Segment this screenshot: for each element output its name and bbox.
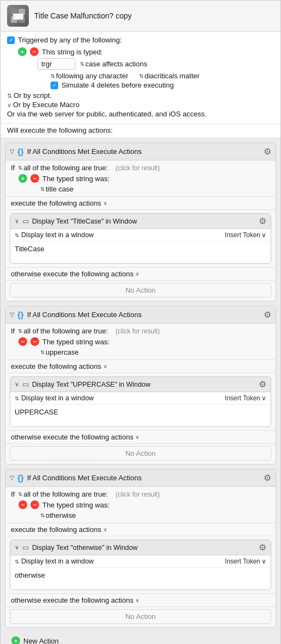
block-1-collapse[interactable]: ▽ xyxy=(10,148,14,155)
display-text-label-2: ⇅ Display text in a window xyxy=(15,394,93,402)
block-3-title-text: If All Conditions Met Execute Actions xyxy=(27,474,142,482)
inner-action-2-title: ∨ ▭ Display Text "UPPERCASE" in Window xyxy=(15,380,151,388)
triggered-checkbox[interactable]: ✓ xyxy=(7,36,15,44)
block-3-title: ▽ {} If All Conditions Met Execute Actio… xyxy=(10,473,142,482)
remove-condition-3b[interactable]: − xyxy=(30,500,39,509)
simulate-checkbox[interactable]: ✓ xyxy=(51,82,58,89)
add-condition-1[interactable]: + xyxy=(18,174,27,183)
block-3-conditions: If ⇅ all of the following are true: (cli… xyxy=(5,487,276,523)
click-result-1[interactable]: (click for result) xyxy=(116,164,160,172)
block-2-value-row: ⇅ uppercase xyxy=(40,348,270,356)
insert-token-btn-3[interactable]: Insert Token ∨ xyxy=(225,558,266,565)
otherwise-1: otherwise execute the following actions … xyxy=(5,267,276,281)
by-execute-macro-label: Or by Execute Macro xyxy=(13,101,79,109)
following-any-label: following any character xyxy=(56,72,128,80)
remove-trigger-btn[interactable]: − xyxy=(30,47,39,56)
inner-gear-1[interactable]: ⚙ xyxy=(259,216,266,226)
display-text-label-text-3: Display text in a window xyxy=(21,558,93,565)
block-3-gear[interactable]: ⚙ xyxy=(264,473,271,483)
block-3-execute: execute the following actions ∨ xyxy=(5,523,276,536)
by-script-row: ⇅ Or by script. xyxy=(7,91,274,100)
otherwise-2: otherwise execute the following actions … xyxy=(5,430,276,444)
insert-token-btn-2[interactable]: Insert Token ∨ xyxy=(225,394,266,402)
no-action-text-1: No Action xyxy=(126,286,156,294)
inner-action-1: ∨ ▭ Display Text "TitleCase" in Window ⚙… xyxy=(10,213,271,264)
condition-value-dropdown-1[interactable]: ⇅ title case xyxy=(40,185,73,193)
block-3-condition-row: − − The typed string was: xyxy=(18,500,270,509)
inner-title-2: Display Text "UPPERCASE" in Window xyxy=(32,381,151,388)
block-2-collapse[interactable]: ▽ xyxy=(10,311,14,318)
remove-condition-3a[interactable]: − xyxy=(18,500,27,509)
block-1-if-row: If ⇅ all of the following are true: (cli… xyxy=(11,164,270,172)
window-icon-2: ▭ xyxy=(22,380,29,388)
inner-action-3: ∨ ▭ Display Text "otherwise" in Window ⚙… xyxy=(10,540,271,590)
new-action-label: New Action xyxy=(23,637,59,645)
block-3-collapse[interactable]: ▽ xyxy=(10,474,14,481)
app-container: ⌨ Title Case Malfunction? copy ✓ Trigger… xyxy=(0,0,281,644)
text-value-1: TitleCase xyxy=(15,245,44,253)
otherwise-label-1: otherwise execute the following actions … xyxy=(11,270,270,278)
block-2-title-text: If All Conditions Met Execute Actions xyxy=(27,311,142,319)
curly-icon-1: {} xyxy=(17,147,24,156)
if-label-3: If xyxy=(11,490,15,498)
text-content-3: otherwise xyxy=(10,568,271,590)
new-action-row: + New Action xyxy=(5,632,276,644)
condition-value-3: otherwise xyxy=(46,511,76,519)
inner-sub-2: ⇅ Display text in a window Insert Token … xyxy=(10,392,271,405)
all-of-dropdown-1[interactable]: ⇅ all of the following are true: xyxy=(18,164,108,172)
case-affects-dropdown[interactable]: ⇅ case affects actions xyxy=(80,60,147,68)
display-text-label-text-1: Display text in a window xyxy=(21,231,93,239)
block-3-if-row: If ⇅ all of the following are true: (cli… xyxy=(11,490,270,498)
will-execute-label: Will execute the following actions: xyxy=(1,124,280,138)
block-1-conditions: If ⇅ all of the following are true: (cli… xyxy=(5,160,276,197)
action-block-1: ▽ {} If All Conditions Met Execute Actio… xyxy=(5,143,276,301)
text-content-1: TitleCase xyxy=(10,242,271,263)
inner-action-2-header: ∨ ▭ Display Text "UPPERCASE" in Window ⚙ xyxy=(10,377,271,392)
remove-condition-2b[interactable]: − xyxy=(30,337,39,346)
triggered-label: Triggered by any of the following: xyxy=(18,36,122,44)
no-action-1: No Action xyxy=(10,283,271,298)
diacriticals-dropdown[interactable]: ⇅ diacriticals matter xyxy=(139,72,199,80)
block-2-title: ▽ {} If All Conditions Met Execute Actio… xyxy=(10,310,142,319)
new-action-btn[interactable]: + xyxy=(11,636,20,644)
string-input[interactable] xyxy=(38,58,76,70)
add-trigger-btn[interactable]: + xyxy=(18,47,27,56)
all-of-dropdown-3[interactable]: ⇅ all of the following are true: xyxy=(18,490,108,498)
block-2-gear[interactable]: ⚙ xyxy=(264,309,271,320)
following-any-dropdown[interactable]: ⇅ following any character xyxy=(51,72,128,80)
string-typed-label: This string is typed: xyxy=(42,48,103,56)
click-result-2[interactable]: (click for result) xyxy=(116,327,160,335)
action-block-2: ▽ {} If All Conditions Met Execute Actio… xyxy=(5,306,276,465)
remove-condition-1[interactable]: − xyxy=(30,174,39,183)
typed-string-was-2: The typed string was: xyxy=(42,338,110,346)
otherwise-label-2: otherwise execute the following actions … xyxy=(11,433,270,441)
window-title: Title Case Malfunction? copy xyxy=(34,11,132,20)
inner-collapse-3[interactable]: ∨ xyxy=(15,544,19,551)
inner-collapse-1[interactable]: ∨ xyxy=(15,218,19,225)
trigger-header: ✓ Triggered by any of the following: xyxy=(7,36,274,44)
insert-token-text-3: Insert Token xyxy=(225,558,260,565)
if-label-1: If xyxy=(11,164,15,172)
inner-collapse-2[interactable]: ∨ xyxy=(15,381,19,388)
insert-token-btn-1[interactable]: Insert Token ∨ xyxy=(225,231,266,239)
inner-action-3-title: ∨ ▭ Display Text "otherwise" in Window xyxy=(15,543,138,552)
all-of-dropdown-2[interactable]: ⇅ all of the following are true: xyxy=(18,327,108,335)
window-icon-1: ▭ xyxy=(22,217,29,225)
typed-string-was-3: The typed string was: xyxy=(42,501,110,509)
otherwise-3: otherwise execute the following actions … xyxy=(5,593,276,607)
inner-gear-3[interactable]: ⚙ xyxy=(259,542,266,553)
inner-sub-3: ⇅ Display text in a window Insert Token … xyxy=(10,555,271,568)
remove-condition-2a[interactable]: − xyxy=(18,337,27,346)
condition-value-dropdown-3[interactable]: ⇅ otherwise xyxy=(40,511,76,519)
inner-action-1-header: ∨ ▭ Display Text "TitleCase" in Window ⚙ xyxy=(10,214,271,229)
web-server-row: Or via the web server for public, authen… xyxy=(7,110,274,118)
click-result-3[interactable]: (click for result) xyxy=(116,491,160,498)
curly-icon-3: {} xyxy=(17,473,24,482)
condition-value-dropdown-2[interactable]: ⇅ uppercase xyxy=(40,348,79,356)
text-value-2: UPPERCASE xyxy=(15,408,58,416)
actions-area: ▽ {} If All Conditions Met Execute Actio… xyxy=(1,138,280,644)
inner-gear-2[interactable]: ⚙ xyxy=(259,379,266,389)
options-row: ⇅ following any character ⇅ diacriticals… xyxy=(51,72,274,80)
block-1-gear[interactable]: ⚙ xyxy=(264,146,271,157)
display-text-label-text-2: Display text in a window xyxy=(21,394,93,402)
